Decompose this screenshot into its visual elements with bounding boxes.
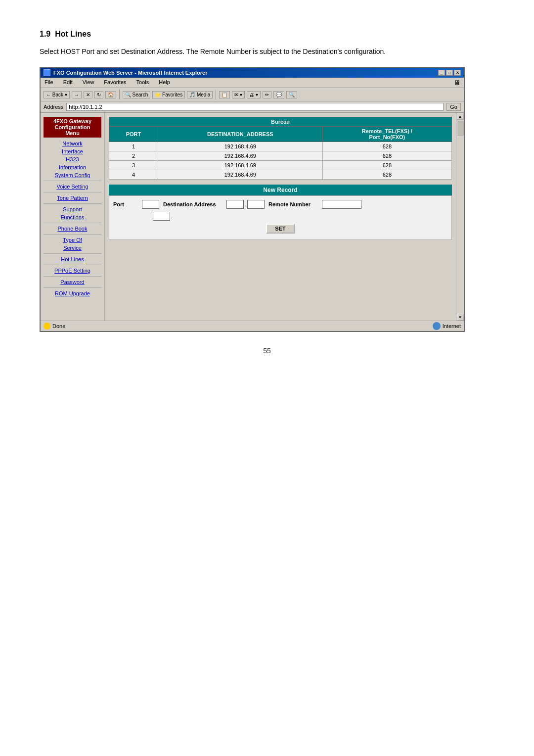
browser-content: 4FXO Gateway Configuration Menu Network … bbox=[41, 113, 464, 321]
browser-toolbar: ← Back ▾ → ✕ ↻ 🏠 🔍 Search ⭐ Favorites 🎵 … bbox=[41, 88, 464, 101]
sidebar-link-tone-pattern[interactable]: Tone Pattern bbox=[44, 194, 101, 202]
row4-port: 4 bbox=[109, 170, 158, 180]
sidebar-link-network[interactable]: Network bbox=[44, 140, 101, 147]
internet-label: Internet bbox=[443, 323, 461, 329]
scrollbar-right[interactable]: ▲ ▼ bbox=[456, 113, 464, 321]
new-record-body: Port Destination Address . Remote Number bbox=[109, 195, 452, 240]
sidebar-link-functions[interactable]: Functions bbox=[44, 213, 101, 221]
sidebar-divider5 bbox=[44, 234, 101, 235]
go-button[interactable]: Go bbox=[446, 103, 461, 111]
sidebar-link-voice-setting[interactable]: Voice Setting bbox=[44, 183, 101, 190]
maximize-button[interactable]: □ bbox=[446, 70, 453, 76]
menu-view[interactable]: View bbox=[82, 79, 95, 87]
favorites-button[interactable]: ⭐ Favorites bbox=[152, 91, 185, 98]
status-page-icon bbox=[44, 323, 50, 330]
toolbar-sep1 bbox=[119, 90, 120, 99]
sidebar-link-support[interactable]: Support bbox=[44, 205, 101, 213]
row2-remote: 628 bbox=[322, 151, 451, 161]
table-row: 2 192.168.4.69 628 bbox=[109, 151, 452, 161]
media-button[interactable]: 🎵 Media bbox=[187, 91, 213, 98]
bureau-section: Bureau PORT DESTINATION_ADDRESS Remote_T… bbox=[109, 117, 452, 180]
port-input[interactable] bbox=[142, 200, 159, 209]
address-input[interactable] bbox=[66, 103, 444, 111]
row3-remote: 628 bbox=[322, 161, 451, 170]
status-text: Done bbox=[52, 323, 65, 329]
col-port: PORT bbox=[109, 127, 158, 142]
row2-port: 2 bbox=[109, 151, 158, 161]
sidebar-link-pppoe[interactable]: PPPoE Setting bbox=[44, 267, 101, 275]
dest-addr-group: . bbox=[226, 200, 265, 209]
sidebar-divider9 bbox=[44, 287, 101, 288]
browser-menubar: File Edit View Favorites Tools Help 🖥 bbox=[41, 78, 464, 88]
back-button[interactable]: ← Back ▾ bbox=[44, 91, 70, 98]
table-row: 3 192.168.4.69 628 bbox=[109, 161, 452, 170]
print-button[interactable]: 🖨 ▾ bbox=[247, 91, 261, 98]
browser-window: FXO Configuration Web Server - Microsoft… bbox=[40, 67, 465, 332]
row1-port: 1 bbox=[109, 142, 158, 151]
network-icon: 🖥 bbox=[454, 79, 461, 87]
minimize-button[interactable]: _ bbox=[438, 70, 445, 76]
browser-title: FXO Configuration Web Server - Microsoft… bbox=[53, 70, 208, 76]
row1-remote: 628 bbox=[322, 142, 451, 151]
dest-addr-input2[interactable] bbox=[247, 200, 265, 209]
menu-help[interactable]: Help bbox=[158, 79, 171, 87]
home-button[interactable]: 🏠 bbox=[105, 91, 116, 98]
empty-area bbox=[109, 240, 452, 299]
description: Select HOST Port and set Destination Add… bbox=[40, 47, 494, 57]
col-dest-addr: DESTINATION_ADDRESS bbox=[158, 127, 322, 142]
menu-tools[interactable]: Tools bbox=[135, 79, 150, 87]
port-label: Port bbox=[113, 201, 138, 207]
sidebar-divider8 bbox=[44, 276, 101, 277]
discuss-button[interactable]: 💬 bbox=[273, 91, 284, 98]
scroll-up-arrow[interactable]: ▲ bbox=[457, 113, 464, 120]
menu-edit[interactable]: Edit bbox=[62, 79, 74, 87]
row1-dest: 192.168.4.69 bbox=[158, 142, 322, 151]
status-right: Internet bbox=[433, 322, 461, 330]
menu-file[interactable]: File bbox=[44, 79, 54, 87]
sidebar-link-h323[interactable]: H323 bbox=[44, 155, 101, 163]
bureau-title: Bureau bbox=[109, 117, 452, 127]
sidebar-header: 4FXO Gateway Configuration Menu bbox=[44, 117, 101, 138]
close-button[interactable]: ✕ bbox=[454, 70, 461, 76]
dest-addr-input3[interactable] bbox=[153, 212, 170, 221]
remote-input[interactable] bbox=[322, 200, 361, 209]
col-remote-tel: Remote_TEL(FXS) /Port_No(FXO) bbox=[322, 127, 451, 142]
sidebar-link-information[interactable]: Information bbox=[44, 163, 101, 171]
sidebar-link-hot-lines[interactable]: Hot Lines bbox=[44, 255, 101, 263]
sidebar-link-service[interactable]: Service bbox=[44, 244, 101, 252]
stop-button[interactable]: ✕ bbox=[84, 91, 92, 98]
refresh-button[interactable]: ↻ bbox=[94, 91, 103, 98]
sidebar-link-password[interactable]: Password bbox=[44, 278, 101, 286]
dest-addr-label: Destination Address bbox=[163, 201, 222, 207]
sidebar-link-phone-book[interactable]: Phone Book bbox=[44, 225, 101, 233]
mail-button[interactable]: ✉ ▾ bbox=[232, 91, 245, 98]
address-bar: Address Go bbox=[41, 101, 464, 113]
browser-statusbar: Done Internet bbox=[41, 321, 464, 331]
sidebar-divider3 bbox=[44, 203, 101, 204]
row4-remote: 628 bbox=[322, 170, 451, 180]
page-number: 55 bbox=[40, 347, 494, 355]
scroll-down-arrow[interactable]: ▼ bbox=[457, 314, 464, 321]
sidebar-divider1 bbox=[44, 181, 101, 181]
dest-addr-row2: . bbox=[153, 212, 173, 221]
sidebar-divider7 bbox=[44, 265, 101, 265]
search-button[interactable]: 🔍 Search bbox=[123, 91, 150, 98]
main-content: Bureau PORT DESTINATION_ADDRESS Remote_T… bbox=[105, 113, 456, 321]
forward-button[interactable]: → bbox=[72, 91, 82, 98]
section-heading: 1.9 Hot Lines bbox=[40, 30, 494, 39]
table-row: 1 192.168.4.69 628 bbox=[109, 142, 452, 151]
sidebar-link-rom-upgrade[interactable]: ROM Upgrade bbox=[44, 289, 101, 297]
menu-favorites[interactable]: Favorites bbox=[103, 79, 127, 87]
sidebar-divider2 bbox=[44, 192, 101, 192]
edit-button[interactable]: ✏ bbox=[263, 91, 271, 98]
sidebar-link-type-of[interactable]: Type Of bbox=[44, 236, 101, 244]
history-button[interactable]: 📋 bbox=[219, 91, 230, 98]
scroll-thumb[interactable] bbox=[457, 121, 464, 136]
sidebar-link-interface[interactable]: Interface bbox=[44, 147, 101, 155]
sidebar-link-system-config[interactable]: System Config bbox=[44, 171, 101, 179]
dest-addr-input1[interactable] bbox=[226, 200, 244, 209]
status-left: Done bbox=[44, 323, 65, 330]
zoom-button[interactable]: 🔍 bbox=[286, 91, 297, 98]
set-button[interactable]: SET bbox=[266, 224, 294, 234]
internet-icon bbox=[433, 322, 441, 330]
